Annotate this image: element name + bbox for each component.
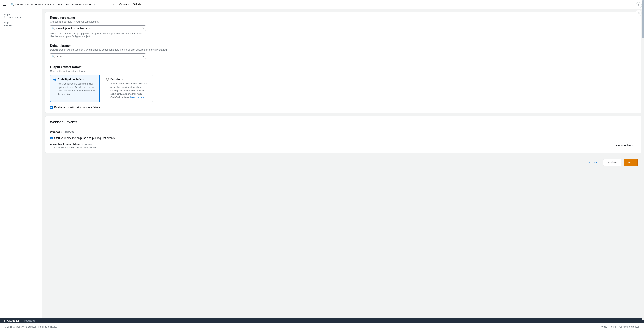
cloudshell-bar: 🖥 CloudShell Feedback [0,318,644,323]
artifact-radio-cards: CodePipeline default AWS CodePipeline us… [50,75,636,102]
artifact-format-section: Output artifact format Choose the output… [50,65,636,102]
main-content: Repository name Choose a repository in y… [42,9,644,318]
radio-full-clone[interactable] [106,78,109,81]
scrollbar-thumb[interactable] [642,0,644,38]
sidebar-step6-name: Add test stage [4,16,38,19]
next-button[interactable]: Next [624,159,638,166]
connection-refresh-button[interactable]: ↻ [106,2,110,6]
menu-icon[interactable]: ☰ [2,1,8,7]
repository-name-input[interactable] [50,25,146,31]
radio-codepipeline-default-label: CodePipeline default [58,78,84,81]
footer-cookies-link[interactable]: Cookie preferences [620,326,640,328]
collapsible-triangle-icon: ▶ [50,143,52,145]
sidebar-step6-label: Step 6 [4,13,38,16]
footer: © 2025, Amazon Web Services, Inc. or its… [0,323,644,330]
artifact-format-title: Output artifact format [50,65,636,69]
radio-full-clone-label: Full clone [110,78,123,81]
cloudshell-icon: 🖥 [3,319,6,322]
main-layout: Step 6 Add test stage Step 7 Review Repo… [0,9,644,318]
repository-search-icon: 🔍 [52,27,55,30]
default-branch-section: Default branch Default branch will be us… [50,44,636,59]
retry-checkbox[interactable] [50,106,53,109]
webhook-filters-toggle[interactable]: ▶ Webhook event filters - optional [50,143,97,146]
cloudshell-label[interactable]: CloudShell [7,319,19,322]
sidebar-item-step6[interactable]: Step 6 Add test stage [0,12,42,20]
retry-checkbox-label: Enable automatic retry on stage failure [54,106,100,109]
default-branch-subtitle: Default branch will be used only when pi… [50,48,636,51]
settings-icon: ⚙ [638,11,640,14]
repository-name-title: Repository name [50,16,636,19]
webhook-label: Webhook - optional [50,130,636,133]
sidebar-step7-name: Review [4,24,38,27]
footer-terms-link[interactable]: Terms [610,326,616,328]
push-events-checkbox[interactable] [50,137,53,139]
radio-card-full-clone[interactable]: Full clone AWS CodePipeline passes metad… [103,75,153,102]
feedback-link[interactable]: Feedback [24,319,35,322]
default-branch-title: Default branch [50,44,636,47]
footer-privacy-link[interactable]: Privacy [600,326,607,328]
connection-clear-button[interactable]: ✕ [92,2,96,6]
repository-name-input-wrapper: 🔍 ✕ [50,25,146,31]
connection-search-icon: 🔍 [11,3,14,6]
connection-field: 🔍 arn:aws:codeconnections:us-east-1:0178… [9,1,105,7]
radio-codepipeline-default-desc: AWS CodePipeline uses the default zip fo… [54,82,96,96]
top-connection-bar: ☰ 🔍 arn:aws:codeconnections:us-east-1:01… [0,0,644,9]
branch-search-icon: 🔍 [52,55,55,58]
webhook-filters-optional: optional [84,143,93,146]
radio-card-default-header: CodePipeline default [54,78,96,81]
retry-checkbox-row: Enable automatic retry on stage failure [50,106,636,109]
radio-codepipeline-default[interactable] [54,78,56,81]
webhook-section: Webhook events Webhook - optional Start … [45,116,641,153]
radio-card-codepipeline-default[interactable]: CodePipeline default AWS CodePipeline us… [50,75,100,102]
action-bar: Cancel Previous Next [42,156,644,169]
divider-1 [50,41,636,42]
webhook-title: Webhook events [50,120,636,124]
webhook-filters-left: ▶ Webhook event filters - optional Start… [50,143,97,149]
sidebar: Step 6 Add test stage Step 7 Review [0,9,42,318]
info-icon-button[interactable]: ℹ [636,2,642,8]
repository-name-subtitle: Choose a repository in your GitLab accou… [50,20,636,23]
webhook-divider [50,128,636,128]
webhook-filters-row: ▶ Webhook event filters - optional Start… [50,143,636,149]
push-events-label: Start your pipeline on push and pull req… [54,137,116,140]
webhook-filters-subtext: Starts your pipeline on a specific event… [54,146,97,149]
or-text: or [112,3,114,6]
remove-filters-button[interactable]: Remove filters [612,143,636,148]
default-branch-input[interactable] [50,53,146,59]
default-branch-input-wrapper: 🔍 ✕ [50,53,146,59]
connect-to-gitlab-button[interactable]: Connect to GitLab [116,1,144,7]
radio-full-clone-desc: AWS CodePipeline passes metadata about t… [106,82,150,99]
sidebar-item-step7[interactable]: Step 7 Review [0,20,42,28]
repository-name-section: Repository name Choose a repository in y… [50,16,636,38]
footer-copyright: © 2025, Amazon Web Services, Inc. or its… [4,326,57,328]
scrollbar-track[interactable] [642,0,644,321]
radio-card-full-clone-header: Full clone [106,78,150,81]
info-icon: ℹ [638,4,639,7]
webhook-filters-label: Webhook event filters [53,143,80,146]
footer-links: Privacy Terms Cookie preferences [600,326,640,328]
push-checkbox-row: Start your pipeline on push and pull req… [50,137,636,140]
repository-name-clear-icon[interactable]: ✕ [142,27,144,30]
artifact-format-subtitle: Choose the output artifact format. [50,70,636,73]
settings-icon-button[interactable]: ⚙ [636,10,642,16]
previous-button[interactable]: Previous [603,159,621,166]
repository-name-helper: You can type or paste the group path to … [50,32,146,38]
divider-2 [50,63,636,63]
cancel-button[interactable]: Cancel [586,160,601,165]
branch-clear-icon[interactable]: ✕ [142,55,144,58]
connection-arn-text: arn:aws:codeconnections:us-east-1:017820… [15,3,91,6]
learn-more-link[interactable]: Learn more ↗ [130,96,144,99]
sidebar-step7-label: Step 7 [4,21,38,24]
source-settings-panel: Repository name Choose a repository in y… [45,12,641,113]
